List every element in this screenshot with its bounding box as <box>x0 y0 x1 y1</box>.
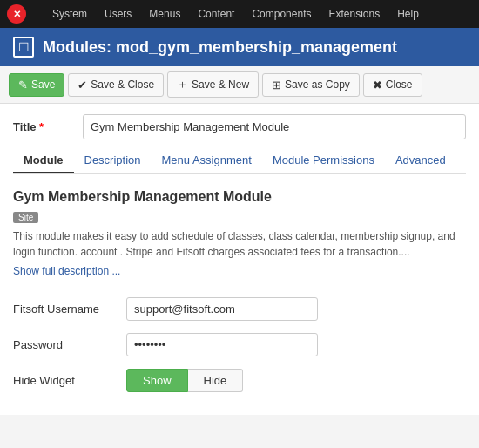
content-area: Title * Module Description Menu Assignme… <box>0 104 479 415</box>
nav-users[interactable]: Users <box>96 0 140 28</box>
close-button[interactable]: ✖ Close <box>363 73 422 97</box>
nav-system[interactable]: System <box>44 0 96 28</box>
username-row: Fitsoft Username <box>13 297 466 321</box>
site-badge: Site <box>13 212 38 223</box>
toolbar: ✎ Save ✔ Save & Close ＋ Save & New ⊞ Sav… <box>0 66 479 104</box>
tab-menu-assignment[interactable]: Menu Assignment <box>152 148 262 173</box>
brand: ✕ <box>7 4 33 24</box>
save-close-button[interactable]: ✔ Save & Close <box>68 73 164 97</box>
module-icon: ☐ <box>13 37 34 58</box>
navbar: ✕ System Users Menus Content Components … <box>0 0 479 28</box>
nav-menus[interactable]: Menus <box>140 0 189 28</box>
nav-extensions[interactable]: Extensions <box>320 0 388 28</box>
nav-help[interactable]: Help <box>388 0 428 28</box>
save-copy-button[interactable]: ⊞ Save as Copy <box>262 73 360 97</box>
password-input[interactable] <box>126 333 318 356</box>
hide-widget-label: Hide Widget <box>13 374 126 387</box>
password-label: Password <box>13 338 126 351</box>
close-icon: ✖ <box>373 78 382 92</box>
title-input[interactable] <box>83 114 466 139</box>
username-label: Fitsoft Username <box>13 302 126 316</box>
username-input[interactable] <box>126 297 318 321</box>
hide-button[interactable]: Hide <box>188 369 244 392</box>
page-title: Modules: mod_gym_membership_management <box>43 38 397 57</box>
module-section: Gym Membership Management Module Site Th… <box>13 185 466 282</box>
toggle-group: Show Hide <box>126 369 243 392</box>
plus-icon: ＋ <box>177 77 188 92</box>
tabs: Module Description Menu Assignment Modul… <box>13 148 466 174</box>
nav-content[interactable]: Content <box>189 0 243 28</box>
copy-icon: ⊞ <box>272 78 281 92</box>
save-button[interactable]: ✎ Save <box>9 73 64 97</box>
show-full-link[interactable]: Show full description ... <box>13 265 120 277</box>
module-description: This module makes it easy to add schedul… <box>13 228 466 260</box>
nav-links: System Users Menus Content Components Ex… <box>44 0 428 28</box>
check-icon: ✔ <box>78 78 87 92</box>
required-marker: * <box>37 120 44 133</box>
save-close-label: Save & Close <box>91 78 154 91</box>
save-label: Save <box>31 78 55 91</box>
tab-module-permissions[interactable]: Module Permissions <box>262 148 385 173</box>
close-label: Close <box>386 78 413 91</box>
save-icon: ✎ <box>18 78 28 92</box>
hide-widget-row: Hide Widget Show Hide <box>13 369 466 392</box>
nav-components[interactable]: Components <box>243 0 320 28</box>
title-row: Title * <box>13 114 466 139</box>
tab-advanced[interactable]: Advanced <box>385 148 456 173</box>
password-row: Password <box>13 333 466 356</box>
tab-description[interactable]: Description <box>74 148 152 173</box>
save-new-button[interactable]: ＋ Save & New <box>167 71 259 98</box>
save-copy-label: Save as Copy <box>285 78 350 91</box>
tab-module[interactable]: Module <box>13 148 74 173</box>
page-header: ☐ Modules: mod_gym_membership_management <box>0 28 479 66</box>
title-label: Title * <box>13 120 83 133</box>
show-button[interactable]: Show <box>126 369 188 392</box>
save-new-label: Save & New <box>192 78 249 91</box>
module-heading: Gym Membership Management Module <box>13 189 466 205</box>
fields-section: Fitsoft Username Password Hide Widget Sh… <box>13 297 466 392</box>
joomla-logo: ✕ <box>7 4 26 24</box>
